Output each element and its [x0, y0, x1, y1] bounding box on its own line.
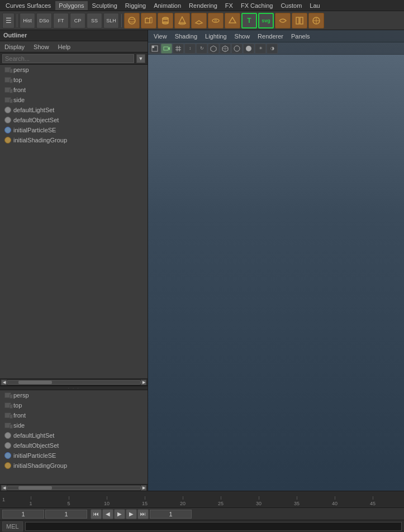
hscroll-bar-bottom[interactable] [7, 486, 141, 490]
play-btn[interactable]: ▶ [114, 509, 125, 519]
outliner-display[interactable]: Display [0, 42, 29, 51]
vp-move-btn[interactable]: ↕ [184, 44, 196, 54]
outliner-item-bottom-initialshadinggroup[interactable]: initialShadingGroup [0, 461, 148, 471]
svg-marker-28 [211, 46, 216, 52]
vp-menu-panels[interactable]: Panels [288, 32, 313, 41]
tick-30: 30 [240, 496, 278, 506]
vp-poly-btn[interactable] [208, 44, 219, 54]
outliner-item-bottom-top[interactable]: top [0, 400, 148, 410]
text-btn[interactable]: T [241, 13, 257, 28]
outliner-item-defaultlightset[interactable]: defaultLightSet [0, 105, 148, 115]
shape1-btn[interactable] [275, 13, 291, 28]
dso-btn[interactable]: DSo [36, 13, 52, 28]
camera-icon-bottom-side [4, 423, 11, 428]
outliner-item-top[interactable]: top [0, 75, 148, 85]
vp-shadow-btn[interactable]: ◑ [267, 44, 278, 54]
hscroll-bar-top[interactable] [7, 380, 141, 385]
hscroll-arrow-bottom-left[interactable]: ◀ [1, 485, 7, 491]
hist-btn[interactable]: Hist [20, 13, 35, 28]
timeline-track[interactable]: 1 5 10 15 20 25 30 35 40 45 50 [7, 491, 404, 507]
menu-sculpting[interactable]: Sculpting [89, 1, 121, 10]
outliner-item-bottom-persp[interactable]: persp [0, 390, 148, 400]
outliner-item-defaultobjectset[interactable]: defaultObjectSet [0, 115, 148, 125]
outliner-item-front[interactable]: front [0, 85, 148, 95]
start-frame-field[interactable]: 1 [2, 510, 44, 519]
slh-btn[interactable]: SLH [103, 13, 119, 28]
bottom-controls: 1 1 ⏮ ◀ ▶ ▶ ⏭ 1 [0, 507, 404, 520]
tick-1: 1 [12, 496, 50, 506]
mel-input[interactable] [25, 522, 402, 531]
hscroll-arrow-right[interactable]: ▶ [141, 380, 146, 385]
menu-animation[interactable]: Animation [150, 1, 184, 10]
cp-btn[interactable]: CP [70, 13, 85, 28]
cylinder-btn[interactable] [158, 13, 173, 28]
outliner-item-bottom-defaultlightset[interactable]: defaultLightSet [0, 430, 148, 440]
vp-camera-btn[interactable] [161, 44, 172, 54]
outliner-item-bottom-initialparticlese[interactable]: initialParticleSE [0, 450, 148, 461]
ss-btn[interactable]: SS [87, 13, 102, 28]
outliner-title: Outliner [0, 30, 148, 41]
outliner-hscroll-top[interactable]: ◀ ▶ [0, 378, 148, 385]
end-frame-field[interactable]: 1 [150, 510, 192, 519]
hscroll-arrow-bottom-right[interactable]: ▶ [141, 485, 146, 491]
mel-label[interactable]: MEL [2, 521, 23, 531]
sphere-btn[interactable] [124, 13, 140, 28]
shape3-btn[interactable] [308, 13, 324, 28]
outliner-item-persp[interactable]: persp [0, 65, 148, 75]
outliner-item-bottom-defaultobjectset[interactable]: defaultObjectSet [0, 440, 148, 450]
outliner-top: Outliner Display Show Help ▼ persp top [0, 30, 148, 386]
skip-to-start-btn[interactable]: ⏮ [91, 509, 102, 519]
menu-custom[interactable]: Custom [277, 1, 305, 10]
panel-resize-bar[interactable] [0, 386, 148, 390]
hscroll-arrow-left[interactable]: ◀ [1, 380, 7, 385]
menu-rigging[interactable]: Rigging [122, 1, 149, 10]
viewport[interactable]: View Shading Lighting Show Renderer Pane… [148, 30, 404, 491]
outliner-content-top[interactable]: persp top front side defaultLightSet [0, 65, 148, 378]
outliner-item-initialshadinggroup[interactable]: initialShadingGroup [0, 135, 148, 145]
cube-btn[interactable] [141, 13, 156, 28]
prism-btn[interactable] [225, 13, 240, 28]
outliner-hscroll-bottom[interactable]: ◀ ▶ [0, 484, 148, 491]
vp-select-btn[interactable] [149, 44, 160, 54]
vp-light-btn[interactable]: ☀ [255, 44, 266, 54]
skip-to-end-btn[interactable]: ⏭ [137, 509, 149, 519]
outliner-show[interactable]: Show [29, 42, 54, 51]
svg-btn[interactable]: svg [258, 13, 274, 28]
vp-menu-view[interactable]: View [150, 32, 170, 41]
outliner-label-initialparticlese: initialParticleSE [13, 127, 56, 133]
outliner-label-bottom-defaultlightset: defaultLightSet [13, 432, 54, 439]
menu-polygons[interactable]: Polygons [55, 1, 87, 10]
outliner-content-bottom[interactable]: persp top front side defaultLightSet [0, 390, 148, 484]
vp-smooth-btn[interactable] [231, 44, 243, 54]
vp-rotate-btn[interactable]: ↻ [196, 44, 207, 54]
torus-btn[interactable] [208, 13, 224, 28]
search-dropdown[interactable]: ▼ [136, 54, 145, 63]
menu-toggle-btn[interactable]: ☰ [2, 13, 15, 28]
next-frame-btn[interactable]: ▶ [126, 509, 137, 519]
search-input[interactable] [2, 54, 134, 63]
menu-lau[interactable]: Lau [306, 1, 323, 10]
menu-rendering[interactable]: Rendering [186, 1, 221, 10]
vp-menu-shading[interactable]: Shading [172, 32, 201, 41]
shape2-btn[interactable] [292, 13, 307, 28]
menu-fx-caching[interactable]: FX Caching [237, 1, 276, 10]
vp-grid-btn[interactable] [173, 44, 184, 54]
timeline-area[interactable]: 1 1 5 10 15 20 25 30 35 40 45 50 [0, 491, 404, 507]
outliner-item-bottom-front[interactable]: front [0, 410, 148, 420]
outliner-item-side[interactable]: side [0, 95, 148, 105]
vp-solid-btn[interactable] [243, 44, 254, 54]
vp-menu-renderer[interactable]: Renderer [254, 32, 287, 41]
vp-menu-lighting[interactable]: Lighting [202, 32, 230, 41]
menu-curves-surfaces[interactable]: Curves Surfaces [2, 1, 54, 10]
outliner-item-bottom-side[interactable]: side [0, 420, 148, 430]
current-frame-field[interactable]: 1 [45, 510, 87, 519]
outliner-item-initialparticlese[interactable]: initialParticleSE [0, 125, 148, 135]
ft-btn[interactable]: FT [53, 13, 69, 28]
plane-btn[interactable] [191, 13, 207, 28]
outliner-help[interactable]: Help [54, 42, 75, 51]
prev-frame-btn[interactable]: ◀ [102, 509, 113, 519]
vp-wireframe-btn[interactable] [220, 44, 231, 54]
cone-btn[interactable] [174, 13, 190, 28]
vp-menu-show[interactable]: Show [231, 32, 254, 41]
menu-fx[interactable]: FX [222, 1, 236, 10]
